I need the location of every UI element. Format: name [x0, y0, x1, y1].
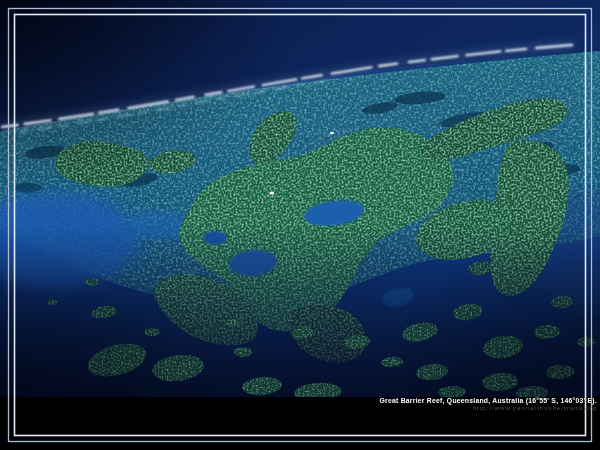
caption-location-text: Great Barrier Reef, Queensland, Australi…: [380, 397, 597, 404]
vignette-bottom-right: [380, 230, 600, 397]
reef-aerial-photo: [0, 0, 600, 450]
vignette-top-left: [0, 0, 300, 200]
wallpaper: Great Barrier Reef, Queensland, Australi…: [0, 0, 600, 450]
vignette-bottom-left: [0, 240, 240, 397]
caption-credit-url: http://www.yannarthusbertrand.org: [380, 405, 597, 412]
photo-caption: Great Barrier Reef, Queensland, Australi…: [380, 397, 597, 412]
